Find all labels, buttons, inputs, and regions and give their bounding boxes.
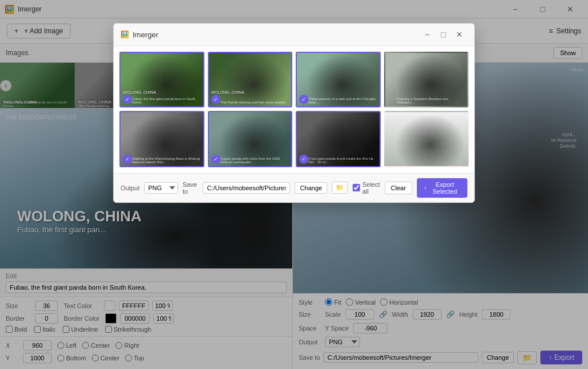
popup-sub-7: A lost giant panda found inside the Shu …: [308, 157, 377, 164]
popup-output-select[interactable]: PNGJPG: [144, 182, 178, 194]
popup-overlay: 🖼️ Imerger − □ ✕ WOLONG, CHINAFubao, the…: [0, 0, 588, 369]
popup-folder-button[interactable]: 📁: [332, 182, 348, 194]
popup-dialog: 🖼️ Imerger − □ ✕ WOLONG, CHINAFubao, the…: [113, 23, 475, 203]
popup-sub-5: Walking at the Shenshuping Base in Wolon…: [132, 157, 201, 164]
select-all-checkbox[interactable]: [353, 184, 360, 191]
popup-upload-icon: ↑: [424, 184, 427, 191]
popup-save-label: Save to: [183, 181, 198, 195]
popup-thumb-5[interactable]: Walking at the Shenshuping Base in Wolon…: [119, 111, 204, 167]
popup-sub-6: A giant panda with rocks from the 2008 S…: [220, 157, 289, 164]
popup-thumb-1[interactable]: WOLONG, CHINAFubao, the first giant pand…: [119, 52, 204, 107]
popup-thumb-8[interactable]: [384, 111, 469, 167]
popup-output-label: Output: [121, 184, 140, 191]
popup-image-grid: WOLONG, CHINAFubao, the first giant pand…: [114, 46, 474, 173]
popup-title: Imerger: [133, 30, 419, 39]
popup-sub-3: These pictures of a new cub at the Cheng…: [308, 97, 377, 104]
popup-check-7: ✓: [299, 155, 308, 164]
popup-change-button[interactable]: Change: [295, 182, 327, 194]
popup-export-label: Export Selected: [429, 181, 461, 195]
popup-thumb-6[interactable]: A giant panda with rocks from the 2008 S…: [208, 111, 293, 167]
popup-app-icon: 🖼️: [121, 30, 129, 39]
popup-caption-2: WOLONG, CHINA: [211, 90, 289, 95]
popup-title-bar: 🖼️ Imerger − □ ✕: [114, 24, 474, 46]
select-all-label[interactable]: Select all: [353, 181, 380, 195]
popup-sub-1: Fubao, the first giant panda born in Sou…: [132, 97, 201, 104]
popup-caption-1: WOLONG, CHINA: [123, 90, 201, 95]
popup-export-selected-button[interactable]: ↑ Export Selected: [417, 178, 467, 198]
popup-thumb-4[interactable]: A panda in Southern Bamboo zoo, Chengdu.…: [384, 52, 469, 107]
popup-footer: Output PNGJPG Save to Change 📁 Select al…: [114, 173, 474, 202]
popup-check-6: ✓: [211, 155, 220, 164]
popup-check-5: ✓: [123, 155, 132, 164]
popup-minimize-button[interactable]: −: [419, 28, 435, 41]
popup-clear-button[interactable]: Clear: [385, 182, 412, 194]
popup-thumb-7[interactable]: A lost giant panda found inside the Shu …: [296, 111, 381, 167]
select-all-text: Select all: [362, 181, 380, 195]
popup-maximize-button[interactable]: □: [435, 28, 451, 41]
popup-sub-4: A panda in Southern Bamboo zoo, Chengdu.…: [397, 97, 466, 104]
popup-thumb-3[interactable]: These pictures of a new cub at the Cheng…: [296, 52, 381, 107]
popup-thumb-2[interactable]: WOLONG, CHINAThis Panda relaxing and has…: [208, 52, 293, 107]
popup-check-2: ✓: [211, 95, 220, 104]
popup-close-button[interactable]: ✕: [451, 28, 467, 41]
popup-save-path[interactable]: [203, 182, 290, 194]
popup-sub-2: This Panda relaxing and has come outside…: [220, 101, 289, 104]
